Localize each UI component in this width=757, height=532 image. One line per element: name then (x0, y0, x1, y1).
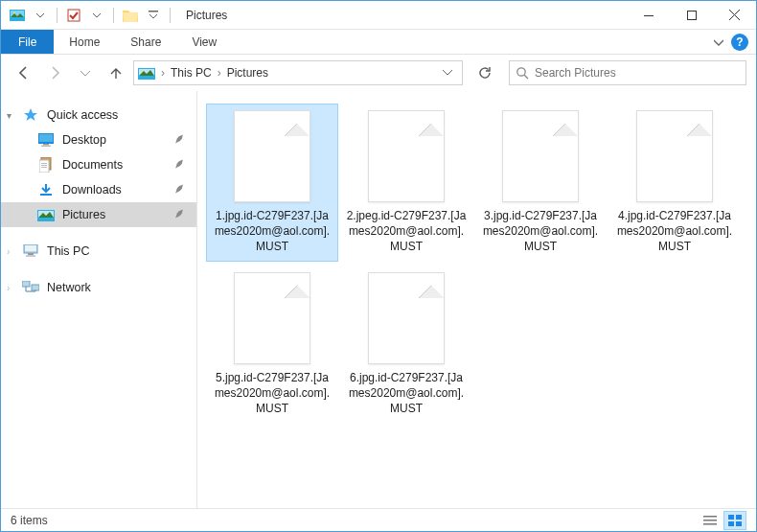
file-thumbnail (234, 272, 310, 364)
sidebar-item-label: Downloads (62, 183, 173, 197)
file-name: 4.jpg.id-C279F237.[James2020m@aol.com].M… (613, 208, 736, 255)
file-name: 1.jpg.id-C279F237.[James2020m@aol.com].M… (211, 208, 333, 255)
svg-rect-19 (41, 165, 47, 166)
chevron-right-icon[interactable]: › (7, 246, 10, 257)
svg-rect-35 (736, 515, 742, 520)
search-icon (516, 66, 529, 80)
window-controls (627, 1, 756, 29)
star-icon (22, 107, 39, 123)
sidebar-item-label: Desktop (62, 133, 173, 147)
thumbnails-view-button[interactable] (723, 511, 746, 530)
item-count: 6 items (11, 514, 48, 527)
crumb-chevron-icon[interactable]: › (159, 66, 167, 80)
svg-rect-30 (32, 285, 39, 290)
tab-home[interactable]: Home (54, 30, 115, 54)
svg-rect-6 (644, 15, 654, 16)
file-thumbnail (234, 110, 310, 202)
help-icon[interactable]: ? (731, 34, 748, 51)
navigation-pane: ▾ Quick access Desktop Documents Downloa… (1, 91, 197, 508)
file-item[interactable]: 1.jpg.id-C279F237.[James2020m@aol.com].M… (207, 104, 337, 261)
refresh-button[interactable] (470, 60, 499, 85)
close-button[interactable] (713, 1, 756, 29)
pin-icon (173, 208, 185, 222)
sidebar-item-label: Documents (62, 158, 173, 172)
svg-rect-18 (41, 163, 47, 164)
svg-rect-26 (25, 245, 36, 251)
address-bar: › This PC › Pictures (1, 55, 756, 91)
status-bar: 6 items (1, 508, 756, 531)
qat-customize[interactable] (143, 5, 164, 26)
file-item[interactable]: 3.jpg.id-C279F237.[James2020m@aol.com].M… (475, 104, 606, 261)
main-area: ▾ Quick access Desktop Documents Downloa… (1, 91, 756, 508)
pin-icon (173, 158, 185, 173)
sidebar-item-label: Network (47, 281, 189, 294)
maximize-button[interactable] (670, 1, 713, 29)
file-name: 5.jpg.id-C279F237.[James2020m@aol.com].M… (211, 370, 333, 417)
file-thumbnail (368, 272, 445, 364)
svg-rect-37 (736, 521, 742, 526)
back-button[interactable] (11, 59, 37, 86)
sidebar-item-label: Quick access (47, 108, 189, 122)
crumb-chevron-icon[interactable]: › (216, 66, 223, 80)
breadcrumb[interactable]: › This PC › Pictures (133, 60, 463, 85)
sidebar-item-downloads[interactable]: Downloads (1, 177, 196, 202)
file-thumbnail (636, 110, 713, 202)
details-view-button[interactable] (699, 511, 722, 530)
folder-icon[interactable] (120, 5, 141, 26)
recent-dropdown[interactable] (72, 59, 99, 86)
network-icon (22, 281, 39, 294)
sidebar-item-network[interactable]: › Network (1, 275, 196, 300)
file-name: 6.jpg.id-C279F237.[James2020m@aol.com].M… (345, 370, 468, 417)
minimize-button[interactable] (627, 1, 670, 29)
svg-rect-32 (703, 520, 717, 521)
properties-icon[interactable] (63, 5, 84, 26)
sidebar-item-label: This PC (47, 244, 189, 258)
up-button[interactable] (103, 59, 129, 86)
search-box[interactable] (509, 60, 746, 85)
file-item[interactable]: 5.jpg.id-C279F237.[James2020m@aol.com].M… (207, 266, 337, 423)
sidebar-quick-access[interactable]: ▾ Quick access (1, 103, 196, 127)
sidebar-item-this-pc[interactable]: › This PC (1, 239, 196, 264)
file-name: 3.jpg.id-C279F237.[James2020m@aol.com].M… (479, 208, 602, 255)
file-item[interactable]: 4.jpg.id-C279F237.[James2020m@aol.com].M… (609, 104, 740, 261)
pin-icon (173, 133, 185, 148)
svg-rect-14 (43, 144, 49, 146)
qat-dropdown-1[interactable] (30, 5, 51, 26)
svg-rect-13 (39, 134, 53, 142)
sidebar-item-desktop[interactable]: Desktop (1, 127, 196, 152)
svg-rect-17 (39, 160, 49, 173)
file-item[interactable]: 6.jpg.id-C279F237.[James2020m@aol.com].M… (341, 266, 471, 423)
address-dropdown-icon[interactable] (437, 66, 458, 80)
svg-rect-27 (28, 253, 34, 255)
svg-rect-28 (26, 255, 35, 257)
desktop-icon (37, 133, 55, 147)
app-icon[interactable] (7, 5, 28, 26)
tab-view[interactable]: View (176, 30, 232, 54)
pictures-icon (37, 208, 55, 221)
crumb-pictures[interactable]: Pictures (223, 66, 272, 80)
svg-rect-5 (149, 11, 158, 12)
crumb-this-pc[interactable]: This PC (167, 66, 216, 80)
file-thumbnail (502, 110, 579, 202)
sidebar-item-label: Pictures (62, 208, 173, 221)
chevron-right-icon[interactable]: › (7, 283, 10, 293)
qat-dropdown-2[interactable] (86, 5, 107, 26)
forward-button[interactable] (41, 59, 68, 86)
svg-rect-36 (728, 521, 734, 526)
tab-share[interactable]: Share (115, 30, 176, 54)
svg-rect-15 (41, 146, 51, 148)
svg-rect-21 (40, 194, 52, 196)
search-input[interactable] (529, 66, 740, 80)
sidebar-item-documents[interactable]: Documents (1, 152, 196, 177)
svg-rect-31 (703, 516, 717, 518)
svg-rect-7 (687, 11, 696, 19)
titlebar: Pictures (1, 1, 756, 30)
file-tab[interactable]: File (1, 30, 54, 54)
chevron-down-icon[interactable]: ▾ (7, 110, 11, 121)
sidebar-item-pictures[interactable]: Pictures (1, 202, 196, 227)
computer-icon (22, 244, 39, 258)
expand-ribbon-icon[interactable] (714, 37, 723, 47)
file-item[interactable]: 2.jpeg.id-C279F237.[James2020m@aol.com].… (341, 104, 471, 261)
ribbon-tabs: File Home Share View ? (1, 30, 756, 55)
file-list[interactable]: 1.jpg.id-C279F237.[James2020m@aol.com].M… (197, 91, 756, 508)
